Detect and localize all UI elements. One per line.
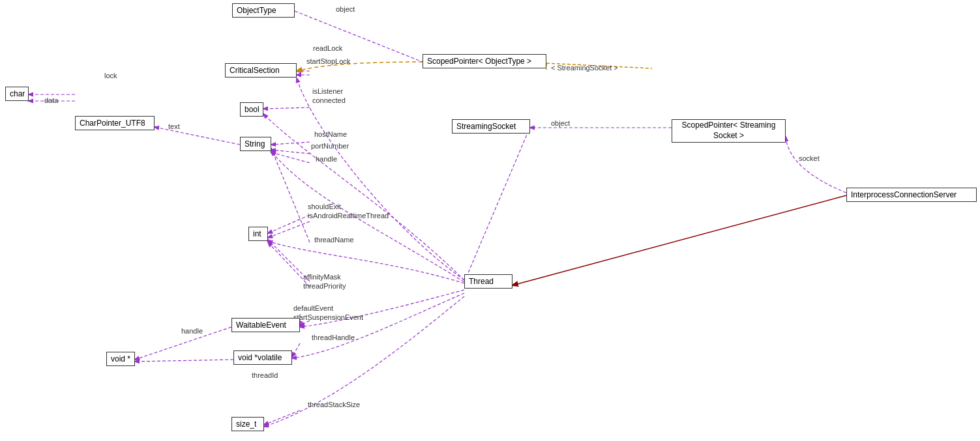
label-handle: handle	[316, 155, 337, 163]
label-text: text	[168, 122, 180, 130]
node-thread[interactable]: Thread	[464, 274, 512, 289]
svg-line-24	[264, 410, 300, 425]
label-lock: lock	[104, 72, 117, 79]
node-size-t[interactable]: size_t	[231, 417, 264, 431]
svg-line-25	[464, 127, 530, 282]
svg-line-23	[135, 360, 233, 362]
label-thread-id: threadId	[252, 371, 278, 379]
node-critical-section[interactable]: CriticalSection	[225, 63, 297, 78]
node-object-type[interactable]: ObjectType	[232, 3, 295, 18]
label-is-listener-connected: isListenerconnected	[312, 87, 346, 106]
node-string[interactable]: String	[240, 137, 271, 151]
label-affinity-mask: affinityMaskthreadPriority	[303, 272, 346, 291]
node-interprocess-connection-server[interactable]: InterprocessConnectionServer	[846, 188, 977, 202]
svg-line-7	[155, 127, 240, 145]
svg-line-8	[263, 107, 310, 109]
label-port-number: portNumber	[311, 142, 349, 150]
label-thread-name: threadName	[314, 236, 354, 244]
svg-line-9	[271, 142, 310, 145]
node-scoped-pointer-object-type[interactable]: ScopedPointer< ObjectType >	[423, 54, 546, 68]
label-object: object	[336, 5, 355, 13]
label-default-event: defaultEventstartSuspensionEvent	[293, 304, 363, 322]
label-read-lock: readLock	[313, 44, 342, 52]
node-void-star[interactable]: void *	[106, 352, 135, 366]
label-thread-handle: threadHandle	[312, 334, 355, 341]
svg-line-10	[271, 150, 310, 154]
node-waitable-event[interactable]: WaitableEvent	[231, 318, 300, 332]
node-scoped-pointer-streaming-socket[interactable]: ScopedPointer< StreamingSocket >	[672, 119, 786, 143]
label-host-name: hostName	[314, 130, 347, 138]
node-streaming-socket[interactable]: StreamingSocket	[452, 119, 530, 134]
label-socket: socket	[799, 154, 820, 162]
label-object-streaming: object	[551, 119, 570, 127]
node-char[interactable]: char	[5, 87, 29, 101]
label-should-exit: shouldExitisAndroidRealtimeThread	[308, 202, 389, 221]
label-streaming-socket-template: < StreamingSocket >	[551, 64, 618, 72]
node-int[interactable]: int	[248, 227, 268, 241]
svg-line-0	[295, 11, 423, 62]
svg-line-21	[292, 343, 300, 357]
label-handle-waitable: handle	[181, 327, 203, 335]
label-thread-stack-size: threadStackSize	[308, 401, 360, 408]
node-void-volatile[interactable]: void *volatile	[233, 350, 292, 365]
label-start-stop-lock: startStopLock	[306, 57, 350, 65]
label-data: data	[44, 96, 58, 104]
diagram-container: ObjectType ScopedPointer< ObjectType > C…	[0, 0, 980, 441]
svg-line-13	[512, 195, 846, 285]
svg-line-16	[271, 149, 310, 242]
node-char-pointer-utf8[interactable]: CharPointer_UTF8	[75, 116, 155, 130]
node-bool[interactable]: bool	[240, 102, 263, 117]
